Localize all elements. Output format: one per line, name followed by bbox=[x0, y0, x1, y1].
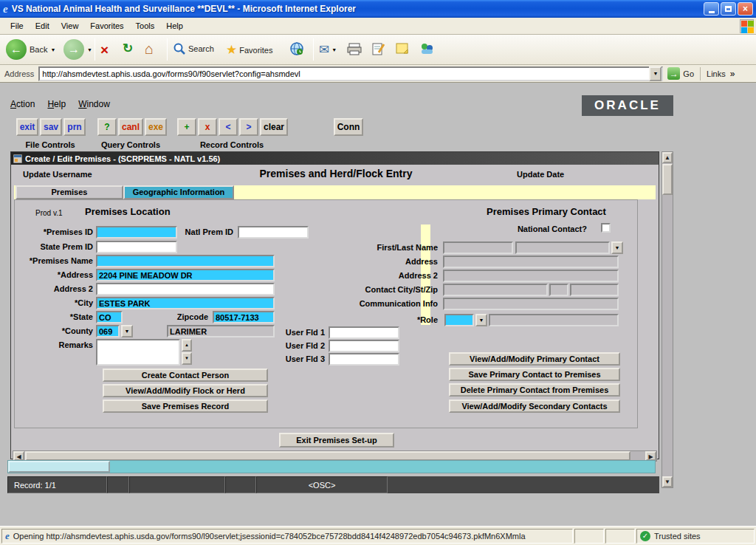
view-add-modify-flock-herd-button[interactable]: View/Add/Modify Flock or Herd bbox=[103, 384, 268, 397]
city-field[interactable] bbox=[96, 297, 275, 309]
vertical-scroll-thumb[interactable] bbox=[662, 164, 673, 195]
back-dropdown-icon[interactable]: ▼ bbox=[50, 47, 55, 52]
user-fld3-field[interactable] bbox=[329, 353, 399, 366]
scroll-up-button[interactable]: ▲ bbox=[662, 152, 673, 163]
update-username-label: Update Username bbox=[23, 170, 92, 179]
communication-info-field bbox=[443, 298, 619, 310]
conn-button[interactable]: Conn bbox=[334, 118, 363, 136]
applet-menu-help[interactable]: Help bbox=[47, 99, 66, 109]
forward-button[interactable]: → ▼ bbox=[63, 39, 92, 60]
role-dropdown-button[interactable]: ▼ bbox=[475, 314, 487, 326]
applet-menu-bar: Action Help Window bbox=[10, 99, 120, 109]
maximize-icon bbox=[725, 6, 732, 12]
national-contact-checkbox[interactable] bbox=[601, 223, 611, 233]
print-button[interactable] bbox=[347, 43, 362, 57]
communication-info-label: Communication Info bbox=[351, 299, 438, 308]
premises-location-header: Premises Location bbox=[85, 206, 171, 217]
form-window-icon bbox=[13, 154, 22, 163]
remarks-field[interactable] bbox=[96, 339, 180, 366]
exit-button[interactable]: exit bbox=[16, 118, 38, 136]
save-premises-record-button[interactable]: Save Premises Record bbox=[103, 400, 268, 413]
save-button[interactable]: sav bbox=[40, 118, 62, 136]
applet-menu-window[interactable]: Window bbox=[78, 99, 110, 109]
mail-button[interactable]: ✉ ▼ bbox=[319, 42, 337, 58]
remarks-scroll-up-button[interactable]: ▲ bbox=[182, 339, 192, 352]
tab-geographic-information[interactable]: Geographic Information bbox=[123, 185, 234, 199]
delete-record-button[interactable]: x bbox=[198, 118, 217, 136]
edit-button[interactable] bbox=[372, 42, 385, 57]
menu-view[interactable]: View bbox=[55, 19, 85, 32]
state-prem-id-field[interactable] bbox=[96, 241, 177, 253]
cancel-query-button[interactable]: canl bbox=[118, 118, 143, 136]
previous-record-button[interactable]: < bbox=[219, 118, 238, 136]
county-dropdown-button[interactable]: ▼ bbox=[121, 325, 133, 337]
history-button[interactable] bbox=[289, 41, 304, 58]
minimize-button[interactable] bbox=[704, 2, 719, 16]
status-cell bbox=[129, 476, 225, 493]
user-fld1-field[interactable] bbox=[329, 326, 399, 339]
zipcode-field[interactable] bbox=[213, 311, 275, 323]
execute-query-button[interactable]: exe bbox=[145, 118, 167, 136]
applet-menu-action[interactable]: Action bbox=[10, 99, 35, 109]
premises-panel: Prod v.1 Premises Location *Premises ID … bbox=[14, 199, 638, 428]
print-form-button[interactable]: prn bbox=[63, 118, 86, 136]
teal-scroll-thumb[interactable] bbox=[8, 461, 110, 473]
menu-help[interactable]: Help bbox=[160, 19, 189, 32]
state-field[interactable] bbox=[96, 311, 123, 323]
query-controls-label: Query Controls bbox=[93, 140, 168, 149]
osc-cell: <OSC> bbox=[256, 476, 388, 493]
county-field[interactable] bbox=[96, 325, 120, 337]
address2-field[interactable] bbox=[96, 283, 275, 295]
exit-premises-setup-button[interactable]: Exit Premises Set-up bbox=[279, 433, 394, 448]
mail-dropdown-icon[interactable]: ▼ bbox=[331, 47, 337, 52]
user-fld2-field[interactable] bbox=[329, 340, 399, 352]
menu-file[interactable]: File bbox=[4, 19, 30, 32]
create-contact-person-button[interactable]: Create Contact Person bbox=[103, 369, 268, 382]
home-button[interactable]: ⌂ bbox=[145, 41, 154, 56]
record-count-cell: Record: 1/1 bbox=[7, 476, 107, 493]
applet-horizontal-scrollbar[interactable] bbox=[7, 460, 656, 473]
go-button[interactable]: → Go bbox=[667, 67, 694, 80]
search-button[interactable]: Search bbox=[173, 42, 214, 55]
view-add-modify-secondary-contacts-button[interactable]: View/Add/Modify Secondary Contacts bbox=[449, 400, 620, 413]
menu-favorites[interactable]: Favorites bbox=[84, 19, 129, 32]
clear-record-button[interactable]: clear bbox=[260, 118, 288, 136]
address-field[interactable] bbox=[96, 269, 275, 281]
natl-prem-id-field[interactable] bbox=[238, 226, 309, 239]
address-dropdown-icon[interactable]: ▼ bbox=[649, 66, 662, 81]
favorites-button[interactable]: ★ Favorites bbox=[226, 42, 273, 58]
scroll-down-button[interactable]: ▼ bbox=[662, 476, 673, 487]
next-record-button[interactable]: > bbox=[239, 118, 258, 136]
discuss-button[interactable] bbox=[396, 43, 409, 56]
query-button[interactable]: ? bbox=[97, 118, 117, 136]
maximize-button[interactable] bbox=[721, 2, 736, 16]
delete-primary-contact-button[interactable]: Delete Primary Contact from Premises bbox=[449, 383, 620, 397]
refresh-button[interactable]: ↻ bbox=[123, 42, 133, 55]
save-primary-contact-button[interactable]: Save Primary Contact to Premises bbox=[449, 368, 620, 381]
messenger-button[interactable] bbox=[419, 42, 434, 57]
applet-vertical-scrollbar[interactable]: ▲ ▼ bbox=[662, 151, 673, 488]
tab-premises[interactable]: Premises bbox=[16, 185, 123, 199]
forward-dropdown-icon[interactable]: ▼ bbox=[87, 47, 92, 52]
close-button[interactable]: × bbox=[738, 2, 753, 16]
premises-id-field[interactable] bbox=[96, 226, 177, 239]
menu-tools[interactable]: Tools bbox=[130, 19, 161, 32]
form-window-title: Create / Edit Premises - (SCRPREMS - NAT… bbox=[25, 154, 220, 163]
stop-button[interactable]: × bbox=[100, 43, 109, 57]
view-add-modify-primary-contact-button[interactable]: View/Add/Modify Primary Contact bbox=[449, 352, 620, 366]
role-field[interactable] bbox=[444, 314, 474, 326]
menu-edit[interactable]: Edit bbox=[30, 19, 55, 32]
add-record-button[interactable]: + bbox=[177, 118, 196, 136]
form-window-title-bar[interactable]: Create / Edit Premises - (SCRPREMS - NAT… bbox=[11, 152, 659, 165]
address-input[interactable] bbox=[38, 66, 663, 81]
user-fld3-label: User Fld 3 bbox=[266, 354, 325, 363]
links-chevron-icon[interactable]: » bbox=[730, 69, 735, 79]
premises-name-field[interactable] bbox=[96, 255, 275, 267]
back-button[interactable]: ← Back ▼ bbox=[6, 39, 55, 60]
favorites-star-icon: ★ bbox=[226, 42, 237, 58]
status-cell bbox=[225, 476, 256, 493]
remarks-scroll-down-button[interactable]: ▼ bbox=[182, 352, 192, 365]
links-button[interactable]: Links bbox=[707, 69, 726, 78]
status-message-cell: e Opening http://ahsmdevtest.aphis.usda.… bbox=[1, 529, 573, 544]
contact-name-dropdown-button[interactable]: ▼ bbox=[611, 241, 623, 254]
